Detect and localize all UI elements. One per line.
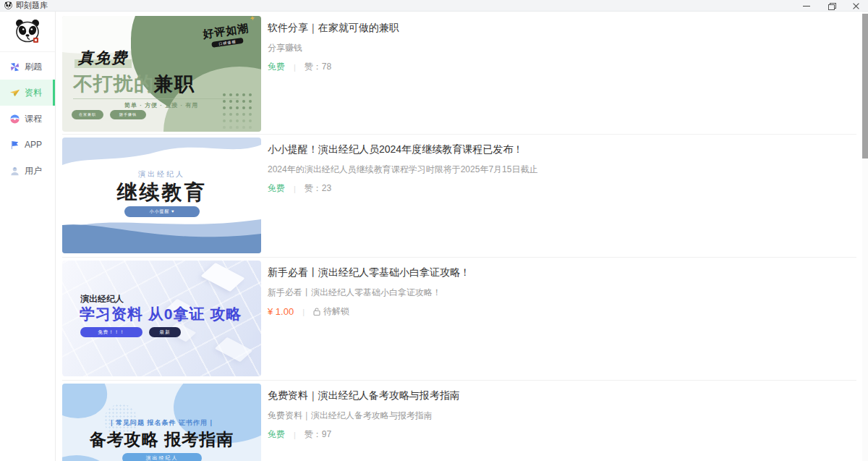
thumb-tagline: | 常见问题 报名条件 证书作用 | xyxy=(62,418,261,428)
window-title: 即刻题库 xyxy=(16,0,48,11)
divider-line xyxy=(73,98,239,99)
item-subtitle: 新手必看丨演出经纪人零基础小白拿证攻略！ xyxy=(268,287,441,299)
lock-icon xyxy=(313,308,320,316)
flag-icon xyxy=(9,140,20,151)
thumbnail-continuing-education: 演出经纪人 继续教育 小小提醒 ♥ xyxy=(62,138,261,253)
free-tag: 免费 xyxy=(268,61,285,73)
meta-divider: | xyxy=(294,185,296,193)
restore-button[interactable] xyxy=(819,0,843,12)
minimize-button[interactable] xyxy=(794,0,819,12)
list-item[interactable]: 演出经纪人 学习资料 从0拿证 攻略 免费！！！ 最新 新手必看丨演出经纪人零基… xyxy=(62,261,858,376)
item-meta: 免费 | 赞：23 xyxy=(268,182,331,195)
item-title: 小小提醒！演出经纪人员2024年度继续教育课程已发布！ xyxy=(268,143,523,156)
wave-decor xyxy=(62,213,261,253)
sidebar: 刷题 资料 课程 APP xyxy=(0,12,56,461)
resource-list: 好评如潮✦ 口碑爆棚 真免费 不打扰的兼职 简单 · 方便 · 直接 · 有用 … xyxy=(56,12,868,461)
dot-grid xyxy=(223,93,252,129)
close-button[interactable] xyxy=(843,0,868,12)
thumb-title: 学习资料 从0拿证 攻略 xyxy=(80,304,242,324)
item-subtitle: 2024年的演出经纪人员继续教育课程学习时限将于2025年7月15日截止 xyxy=(268,164,537,176)
thumb-pill: 演出经纪人 xyxy=(122,453,202,461)
sidebar-item-yonghu[interactable]: 用户 xyxy=(0,158,55,184)
item-title: 软件分享｜在家就可做的兼职 xyxy=(268,22,399,35)
item-title: 免费资料｜演出经纪人备考攻略与报考指南 xyxy=(268,389,460,402)
panda-logo xyxy=(13,17,42,46)
user-icon xyxy=(9,166,20,177)
panda-app-icon xyxy=(4,1,12,9)
lock-status: 待解锁 xyxy=(313,305,349,318)
item-subtitle: 免费资料｜演出经纪人备考攻略与报考指南 xyxy=(268,410,433,422)
item-subtitle: 分享赚钱 xyxy=(268,42,302,54)
meta-divider: | xyxy=(294,63,296,72)
likes-count: 赞：23 xyxy=(305,182,331,195)
thumb-title: 继续教育 xyxy=(62,179,261,206)
paper-plane-icon xyxy=(9,88,20,98)
separator xyxy=(62,257,856,258)
item-title: 新手必看丨演出经纪人零基础小白拿证攻略！ xyxy=(268,266,470,279)
sidebar-item-shuati[interactable]: 刷题 xyxy=(0,54,55,80)
thumbnail-study-guide: 演出经纪人 学习资料 从0拿证 攻略 免费！！！ 最新 xyxy=(62,261,261,376)
sidebar-nav: 刷题 资料 课程 APP xyxy=(0,52,55,184)
list-item[interactable]: | 常见问题 报名条件 证书作用 | 备考攻略 报考指南 演出经纪人 免费资料｜… xyxy=(62,384,858,461)
item-meta: 免费 | 赞：78 xyxy=(268,61,331,73)
thumbnail-free-parttime: 好评如潮✦ 口碑爆棚 真免费 不打扰的兼职 简单 · 方便 · 直接 · 有用 … xyxy=(62,16,261,132)
sparkle-icon: ✦ xyxy=(249,16,257,22)
thumb-small-label: 演出经纪人 xyxy=(62,169,261,179)
sidebar-item-label: 刷题 xyxy=(25,61,42,73)
sidebar-item-label: 用户 xyxy=(25,165,42,177)
scrollbar-track[interactable] xyxy=(862,12,868,461)
likes-count: 赞：78 xyxy=(305,61,331,73)
free-tag: 免费 xyxy=(268,428,285,441)
thumb-pill: 小小提醒 ♥ xyxy=(124,206,200,217)
item-meta: ¥ 1.00 | 待解锁 xyxy=(268,305,349,318)
thumb-pill: 随手赚钱 xyxy=(110,110,146,119)
thumb-pill: 在家兼职 xyxy=(72,110,103,119)
thumb-headline: 真免费 xyxy=(75,48,132,68)
thumb-title: 不打扰的兼职 xyxy=(73,71,195,97)
free-tag: 免费 xyxy=(268,182,285,195)
price-tag: ¥ 1.00 xyxy=(268,306,294,317)
separator xyxy=(62,380,856,381)
thumb-tagline: 简单 · 方便 · 直接 · 有用 xyxy=(124,101,198,109)
meta-divider: | xyxy=(302,308,305,316)
lock-status-label: 待解锁 xyxy=(323,305,349,318)
thumbnail-exam-guide: | 常见问题 报名条件 证书作用 | 备考攻略 报考指南 演出经纪人 xyxy=(62,384,261,461)
separator xyxy=(62,134,856,135)
sidebar-item-ziliao[interactable]: 资料 xyxy=(0,80,55,106)
thumb-pill: 最新 xyxy=(149,327,181,337)
ball-icon xyxy=(9,114,20,124)
list-item[interactable]: 演出经纪人 继续教育 小小提醒 ♥ 小小提醒！演出经纪人员2024年度继续教育课… xyxy=(62,138,858,253)
list-item[interactable]: 好评如潮✦ 口碑爆棚 真免费 不打扰的兼职 简单 · 方便 · 直接 · 有用 … xyxy=(62,16,858,132)
sidebar-item-kecheng[interactable]: 课程 xyxy=(0,106,55,132)
sidebar-item-app[interactable]: APP xyxy=(0,132,55,158)
item-meta: 免费 | 赞：97 xyxy=(268,428,331,441)
wave-decor xyxy=(62,138,261,172)
pinwheel-icon xyxy=(9,62,20,72)
sidebar-item-label: 资料 xyxy=(25,87,42,99)
thumb-title: 备考攻略 报考指南 xyxy=(62,428,261,451)
likes-count: 赞：97 xyxy=(305,428,331,441)
logo-box xyxy=(0,12,55,52)
sidebar-item-label: APP xyxy=(25,140,42,150)
window-titlebar: 即刻题库 xyxy=(0,0,868,12)
decor-blob xyxy=(62,455,118,461)
scrollbar-thumb[interactable] xyxy=(862,14,868,158)
meta-divider: | xyxy=(294,431,296,439)
sidebar-item-label: 课程 xyxy=(25,113,42,125)
thumb-pill: 免费！！！ xyxy=(80,327,142,337)
